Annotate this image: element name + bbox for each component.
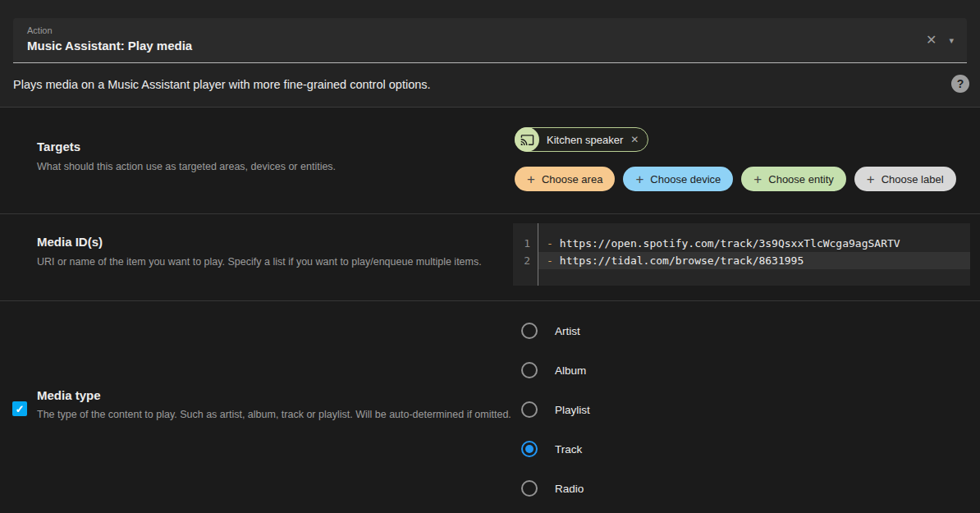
radio-icon[interactable]: [521, 362, 538, 378]
radio-label: Track: [555, 443, 582, 456]
yaml-list-bullet: -: [547, 237, 553, 250]
yaml-line-1[interactable]: -https://open.spotify.com/track/3s9QsxxT…: [538, 235, 970, 252]
cast-icon: [520, 133, 534, 147]
yaml-line-1-text: https://open.spotify.com/track/3s9QsxxTl…: [560, 237, 900, 250]
action-title: Music Assistant: Play media: [27, 39, 192, 53]
choose-area-label: Choose area: [542, 173, 602, 186]
action-editor: Action Music Assistant: Play media ✕ ▾ P…: [0, 0, 980, 513]
targets-description: What should this action use as targeted …: [37, 159, 336, 175]
yaml-line-2-text: https://tidal.com/browse/track/8631995: [560, 254, 804, 267]
chevron-down-icon[interactable]: ▾: [949, 36, 954, 45]
radio-dot: [525, 445, 534, 453]
media-id-label: Media ID(s): [37, 235, 103, 249]
help-icon[interactable]: ?: [951, 75, 969, 93]
radio-option-album[interactable]: Album: [521, 350, 590, 390]
action-description: Plays media on a Music Assistant player …: [13, 78, 431, 91]
radio-label: Radio: [555, 483, 584, 495]
radio-dot: [525, 366, 534, 374]
choose-entity-button[interactable]: + Choose entity: [741, 167, 845, 191]
radio-icon[interactable]: [521, 401, 538, 418]
radio-dot: [525, 484, 534, 492]
chip-avatar: [515, 127, 539, 152]
action-kind-label: Action: [27, 25, 53, 35]
radio-label: Artist: [555, 325, 580, 337]
media-type-label: Media type: [37, 388, 101, 402]
yaml-line-2[interactable]: -https://tidal.com/browse/track/8631995: [538, 252, 970, 269]
editor-content[interactable]: -https://open.spotify.com/track/3s9QsxxT…: [538, 223, 970, 286]
radio-label: Album: [555, 364, 586, 377]
target-choose-buttons: + Choose area + Choose device + Choose e…: [515, 167, 956, 191]
chip-remove-icon[interactable]: ✕: [630, 134, 639, 145]
targets-label: Targets: [37, 140, 80, 153]
radio-icon-selected[interactable]: [521, 441, 538, 457]
radio-icon[interactable]: [521, 323, 538, 339]
check-icon: ✓: [16, 403, 25, 415]
yaml-list-bullet: -: [547, 254, 553, 267]
plus-icon: +: [753, 172, 762, 186]
editor-gutter: 1 2: [513, 223, 538, 286]
target-chip-kitchen-speaker[interactable]: Kitchen speaker ✕: [515, 127, 648, 152]
line-number: 2: [513, 252, 538, 269]
radio-dot: [525, 327, 534, 335]
choose-device-label: Choose device: [650, 173, 721, 186]
section-targets: Targets What should this action use as t…: [0, 108, 980, 214]
plus-icon: +: [635, 172, 643, 186]
radio-option-radio[interactable]: Radio: [521, 469, 590, 508]
media-type-options: Artist Album Playlist Track Radio: [521, 311, 590, 508]
plus-icon: +: [527, 172, 535, 186]
plus-icon: +: [867, 172, 875, 186]
media-id-description: URI or name of the item you want to play…: [37, 254, 482, 270]
radio-icon[interactable]: [521, 480, 538, 497]
choose-device-button[interactable]: + Choose device: [623, 167, 733, 191]
action-header-band: Action Music Assistant: Play media ✕ ▾ P…: [0, 0, 980, 108]
line-number: 1: [513, 235, 538, 252]
action-card-icons: ✕ ▾: [926, 18, 954, 62]
section-media-type: ✓ Media type The type of the content to …: [0, 302, 980, 513]
choose-label-label: Choose label: [882, 173, 944, 186]
close-icon[interactable]: ✕: [926, 34, 936, 47]
media-type-checkbox[interactable]: ✓: [12, 401, 27, 416]
choose-label-button[interactable]: + Choose label: [854, 167, 956, 191]
action-card-header[interactable]: Action Music Assistant: Play media ✕ ▾: [13, 18, 967, 63]
choose-area-button[interactable]: + Choose area: [515, 167, 615, 191]
yaml-editor[interactable]: 1 2 -https://open.spotify.com/track/3s9Q…: [513, 223, 970, 286]
chip-label: Kitchen speaker: [547, 134, 623, 146]
section-media-id: Media ID(s) URI or name of the item you …: [0, 214, 980, 301]
radio-option-artist[interactable]: Artist: [521, 311, 590, 350]
radio-option-track[interactable]: Track: [521, 429, 590, 469]
radio-label: Playlist: [555, 404, 590, 416]
radio-option-playlist[interactable]: Playlist: [521, 390, 590, 429]
media-type-description: The type of the content to play. Such as…: [37, 407, 517, 423]
radio-dot: [525, 405, 534, 414]
choose-entity-label: Choose entity: [768, 173, 834, 186]
